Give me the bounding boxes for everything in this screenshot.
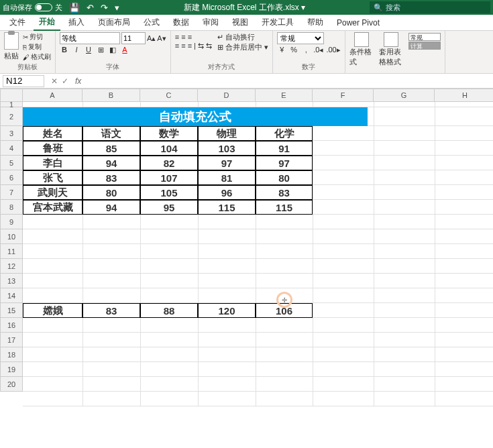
formula-input[interactable] <box>84 75 493 87</box>
cell-H14[interactable] <box>435 288 493 303</box>
tab-view[interactable]: 视图 <box>227 15 254 30</box>
save-icon[interactable]: 💾 <box>69 3 80 13</box>
redo-icon[interactable]: ↷ <box>101 3 108 13</box>
cell-A12[interactable] <box>23 259 83 274</box>
row-header-19[interactable]: 19 <box>0 362 23 377</box>
row-header-1[interactable]: 1 <box>0 102 23 107</box>
cell-G20[interactable] <box>374 377 435 392</box>
fill-color-button[interactable]: ◧ <box>108 46 117 54</box>
cell-C13[interactable] <box>140 274 198 288</box>
tab-review[interactable]: 审阅 <box>197 15 224 30</box>
cell-B5[interactable]: 94 <box>83 156 140 170</box>
row-header-5[interactable]: 5 <box>0 156 23 170</box>
cell-G19[interactable] <box>374 362 435 377</box>
cell-C21[interactable] <box>140 392 198 406</box>
cell-H15[interactable] <box>435 303 493 318</box>
cell-A5[interactable]: 李白 <box>23 156 83 170</box>
cell-G7[interactable] <box>374 185 435 200</box>
cell-G3[interactable] <box>374 126 435 141</box>
number-format-select[interactable]: 常规 <box>277 32 324 44</box>
cell-G9[interactable] <box>374 215 435 229</box>
grid-body[interactable]: 自动填充公式姓名语文数学物理化学鲁班8510410391李白94829797张飞… <box>23 102 493 406</box>
cell-F14[interactable] <box>313 288 374 303</box>
undo-icon[interactable]: ↶ <box>87 3 94 13</box>
cell-C15[interactable]: 88 <box>140 303 198 318</box>
row-header-6[interactable]: 6 <box>0 170 23 185</box>
cell-B4[interactable]: 85 <box>83 141 140 156</box>
cell-E3[interactable]: 化学 <box>256 126 313 141</box>
wrap-text-button[interactable]: ↵ 自动换行 <box>217 32 268 42</box>
cell-E6[interactable]: 80 <box>256 170 313 185</box>
cell-B17[interactable] <box>83 333 140 347</box>
cell-C11[interactable] <box>140 244 198 259</box>
cell-G6[interactable] <box>374 170 435 185</box>
cell-B16[interactable] <box>83 318 140 333</box>
cell-H6[interactable] <box>435 170 493 185</box>
conditional-format-button[interactable]: 条件格式 <box>349 32 374 67</box>
cell-F17[interactable] <box>313 333 374 347</box>
cell-B15[interactable]: 83 <box>83 303 140 318</box>
cell-F20[interactable] <box>313 377 374 392</box>
cell-H2[interactable] <box>435 107 493 126</box>
cell-A19[interactable] <box>23 362 83 377</box>
cell-D17[interactable] <box>198 333 256 347</box>
cell-B13[interactable] <box>83 274 140 288</box>
cell-C17[interactable] <box>140 333 198 347</box>
cell-A3[interactable]: 姓名 <box>23 126 83 141</box>
cell-F8[interactable] <box>313 200 374 215</box>
row-header-11[interactable]: 11 <box>0 244 23 259</box>
cell-H19[interactable] <box>435 362 493 377</box>
cell-C18[interactable] <box>140 347 198 362</box>
cell-H11[interactable] <box>435 244 493 259</box>
cell-F12[interactable] <box>313 259 374 274</box>
cell-G17[interactable] <box>374 333 435 347</box>
row-header-15[interactable]: 15 <box>0 303 23 318</box>
cell-H13[interactable] <box>435 274 493 288</box>
cell-H21[interactable] <box>435 392 493 406</box>
cell-A20[interactable] <box>23 377 83 392</box>
cell-H4[interactable] <box>435 141 493 156</box>
cell-G10[interactable] <box>374 229 435 244</box>
currency-icon[interactable]: ¥ <box>277 46 286 54</box>
merge-center-button[interactable]: ⊞ 合并后居中 ▾ <box>217 42 268 52</box>
tab-page-layout[interactable]: 页面布局 <box>93 15 135 30</box>
cell-F19[interactable] <box>313 362 374 377</box>
tab-developer[interactable]: 开发工具 <box>256 15 299 30</box>
cell-H18[interactable] <box>435 347 493 362</box>
col-header-F[interactable]: F <box>313 89 374 102</box>
cell-H12[interactable] <box>435 259 493 274</box>
cell-C7[interactable]: 105 <box>140 185 198 200</box>
cell-D9[interactable] <box>198 215 256 229</box>
cell-G4[interactable] <box>374 141 435 156</box>
cell-D1[interactable] <box>198 102 256 107</box>
tab-insert[interactable]: 插入 <box>63 15 90 30</box>
cell-H3[interactable] <box>435 126 493 141</box>
cell-F21[interactable] <box>313 392 374 406</box>
cell-B3[interactable]: 语文 <box>83 126 140 141</box>
row-header-10[interactable]: 10 <box>0 229 23 244</box>
autosave-toggle[interactable]: 自动保存 关 <box>3 3 62 13</box>
cell-B8[interactable]: 94 <box>83 200 140 215</box>
row-header-20[interactable]: 20 <box>0 377 23 392</box>
cell-E8[interactable]: 115 <box>256 200 313 215</box>
cell-F16[interactable] <box>313 318 374 333</box>
cell-G8[interactable] <box>374 200 435 215</box>
align-left-icon[interactable]: ≡ ≡ ≡ | ⇆ ⇆ <box>175 42 212 50</box>
tab-data[interactable]: 数据 <box>168 15 195 30</box>
cell-G15[interactable] <box>374 303 435 318</box>
cell-G18[interactable] <box>374 347 435 362</box>
col-header-D[interactable]: D <box>198 89 256 102</box>
cell-C5[interactable]: 82 <box>140 156 198 170</box>
cell-A17[interactable] <box>23 333 83 347</box>
cell-G21[interactable] <box>374 392 435 406</box>
cell-B11[interactable] <box>83 244 140 259</box>
cell-D10[interactable] <box>198 229 256 244</box>
cell-G16[interactable] <box>374 318 435 333</box>
italic-button[interactable]: I <box>72 46 81 54</box>
cell-F15[interactable] <box>313 303 374 318</box>
cell-E5[interactable]: 97 <box>256 156 313 170</box>
tab-file[interactable]: 文件 <box>4 15 31 30</box>
cell-C3[interactable]: 数学 <box>140 126 198 141</box>
tab-powerpivot[interactable]: Power Pivot <box>331 16 385 30</box>
cell-C20[interactable] <box>140 377 198 392</box>
